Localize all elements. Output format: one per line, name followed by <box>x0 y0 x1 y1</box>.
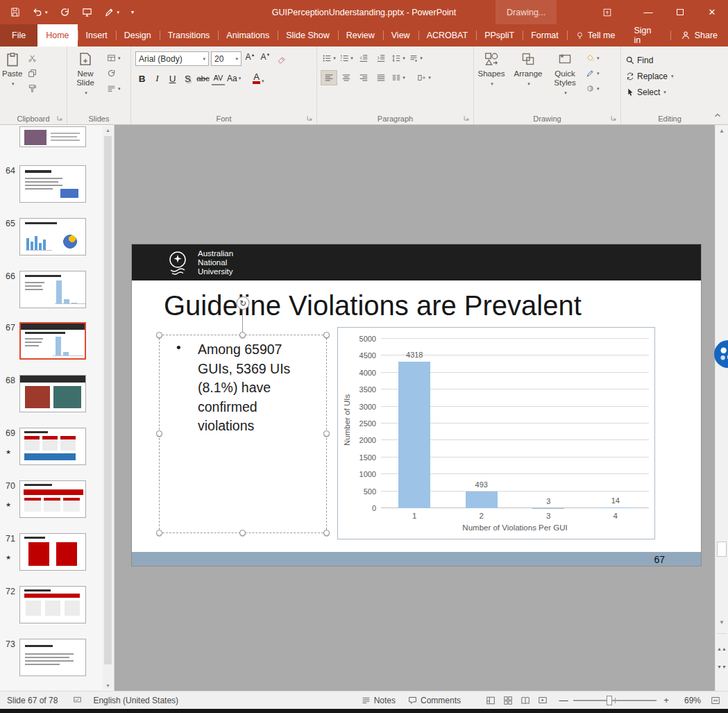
cut-button[interactable] <box>26 51 44 65</box>
text-shadow-button[interactable]: S <box>181 72 194 85</box>
tab-file[interactable]: File <box>0 24 37 47</box>
quick-styles-dropdown-icon[interactable] <box>563 88 567 97</box>
slide-thumbnail-image[interactable] <box>19 480 86 518</box>
notes-button[interactable]: Notes <box>362 696 396 705</box>
tab-home[interactable]: Home <box>37 24 77 47</box>
scroll-down-icon[interactable]: ▼ <box>716 619 728 626</box>
paragraph-dialog-launcher-icon[interactable] <box>463 114 471 121</box>
shapes-button[interactable]: Shapes <box>474 49 509 110</box>
selection-handle[interactable] <box>239 332 246 338</box>
align-center-button[interactable] <box>339 71 354 85</box>
tab-animations[interactable]: Animations <box>218 24 278 47</box>
slide-thumbnail-image[interactable] <box>19 218 86 255</box>
slide-show-view-button[interactable] <box>534 692 551 709</box>
slide-thumbnail-row-selected[interactable]: 67 <box>0 322 103 361</box>
tab-acrobat[interactable]: ACROBAT <box>418 24 477 47</box>
underline-button[interactable]: U <box>166 72 179 85</box>
zoom-in-button[interactable]: + <box>661 695 672 705</box>
tab-tell-me[interactable]: Tell me <box>567 24 624 47</box>
normal-view-button[interactable] <box>482 692 499 709</box>
slide-thumbnail-image[interactable] <box>19 165 86 203</box>
numbering-button[interactable] <box>339 51 354 65</box>
tab-transitions[interactable]: Transitions <box>160 24 219 47</box>
thumbnail-scrollbar-thumb[interactable] <box>104 136 112 664</box>
slide-editing-canvas[interactable]: Australian National University Guideline… <box>115 125 715 691</box>
selection-handle[interactable] <box>239 530 246 536</box>
font-dialog-launcher-icon[interactable] <box>306 114 314 121</box>
language-indicator[interactable]: English (United States) <box>93 696 178 705</box>
paste-dropdown-icon[interactable] <box>10 79 15 88</box>
zoom-slider[interactable] <box>573 700 657 701</box>
grow-font-button[interactable]: A▲ <box>244 52 257 66</box>
align-left-button[interactable] <box>321 71 337 85</box>
scroll-up-icon[interactable]: ▲ <box>716 128 728 134</box>
tab-format[interactable]: Format <box>523 24 567 47</box>
character-spacing-button[interactable]: AV <box>212 72 225 85</box>
scrollbar-thumb[interactable] <box>717 542 727 557</box>
selected-text-box[interactable]: ↻ • Among 65907 GUIs, 5369 UIs (8.1%) ha… <box>159 335 327 533</box>
slide-thumbnail-row[interactable]: 68 <box>0 375 103 414</box>
selection-handle[interactable] <box>323 430 330 437</box>
arrange-dropdown-icon[interactable] <box>526 79 530 88</box>
shape-outline-button[interactable] <box>584 67 602 80</box>
italic-button[interactable]: I <box>151 72 164 85</box>
clipboard-dialog-launcher-icon[interactable] <box>56 114 64 121</box>
zoom-slider-thumb[interactable] <box>607 696 612 705</box>
collapse-ribbon-button[interactable] <box>713 110 722 120</box>
close-button[interactable]: ✕ <box>696 0 728 24</box>
slide[interactable]: Australian National University Guideline… <box>132 244 701 566</box>
section-button[interactable] <box>105 82 123 95</box>
rotation-handle-icon[interactable]: ↻ <box>237 296 250 310</box>
new-slide-dropdown-icon[interactable] <box>83 88 87 97</box>
clear-formatting-button[interactable] <box>274 52 289 66</box>
scroll-up-icon[interactable]: ▲ <box>103 128 113 133</box>
selection-handle[interactable] <box>156 332 162 338</box>
start-slideshow-icon[interactable] <box>82 7 92 17</box>
columns-button[interactable] <box>391 71 406 85</box>
slide-counter[interactable]: Slide 67 of 78 <box>7 696 58 705</box>
bold-button[interactable]: B <box>135 72 149 85</box>
slide-thumbnail-row[interactable]: 69 ★ <box>0 428 103 467</box>
format-painter-button[interactable] <box>26 82 44 95</box>
copy-button[interactable] <box>26 67 44 80</box>
shape-fill-button[interactable] <box>584 51 602 65</box>
arrange-button[interactable]: Arrange <box>509 49 548 110</box>
slide-thumbnail-image[interactable] <box>19 639 86 676</box>
slide-thumbnail-row[interactable]: 64 <box>0 165 103 204</box>
font-name-dropdown-icon[interactable] <box>201 54 205 64</box>
slide-thumbnail-row[interactable] <box>0 126 103 165</box>
chart-bar[interactable] <box>466 492 498 508</box>
undo-icon[interactable] <box>32 7 48 17</box>
pen-icon[interactable] <box>104 7 120 17</box>
bullets-button[interactable] <box>321 51 337 65</box>
slide-thumbnail-image[interactable] <box>19 533 86 571</box>
text-direction-button[interactable] <box>408 51 423 65</box>
tab-ppsplit[interactable]: PPspliT <box>476 24 523 47</box>
previous-slide-button[interactable]: ▲▲ <box>716 647 728 651</box>
fit-slide-button[interactable] <box>706 692 724 709</box>
shape-effects-button[interactable] <box>584 82 602 95</box>
replace-button[interactable]: Replace <box>621 68 718 84</box>
share-button[interactable]: Share <box>670 24 728 47</box>
reset-button[interactable] <box>105 67 123 80</box>
change-case-button[interactable]: Aa <box>227 72 241 85</box>
tab-slide-show[interactable]: Slide Show <box>278 24 338 47</box>
drawing-dialog-launcher-icon[interactable] <box>610 114 618 121</box>
ribbon-display-options-icon[interactable] <box>596 0 618 24</box>
slide-thumbnail-image[interactable] <box>19 428 86 465</box>
justify-button[interactable] <box>373 71 389 85</box>
slide-title[interactable]: Guideline Violations are Prevalent <box>164 290 582 321</box>
comments-button[interactable]: Comments <box>408 696 461 705</box>
slide-chart[interactable]: Number of UIs 05001000150020002500300035… <box>337 327 655 539</box>
selection-handle[interactable] <box>323 332 330 338</box>
thumbnail-scrollbar[interactable]: ▲ ▼ <box>103 126 113 689</box>
font-color-button[interactable]: A <box>253 73 264 84</box>
slide-thumbnail-row[interactable]: 72 <box>0 586 103 625</box>
font-name-combobox[interactable]: Arial (Body) <box>135 51 209 66</box>
bullet-text[interactable]: Among 65907 GUIs, 5369 UIs (8.1%) have c… <box>198 340 290 436</box>
selection-handle[interactable] <box>323 530 330 536</box>
font-size-combobox[interactable]: 20 <box>211 51 242 66</box>
maximize-button[interactable] <box>664 0 696 24</box>
save-icon[interactable] <box>10 7 20 17</box>
redo-icon[interactable] <box>60 7 70 17</box>
